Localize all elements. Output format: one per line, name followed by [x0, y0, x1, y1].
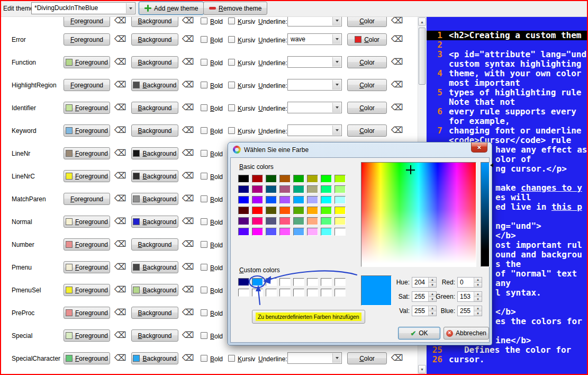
underline-select[interactable]	[287, 56, 342, 68]
palette-color[interactable]	[279, 185, 291, 193]
color-button[interactable]: Color	[347, 33, 387, 46]
background-reset-icon[interactable]: ⌫	[182, 34, 194, 44]
bold-checkbox[interactable]	[201, 82, 207, 88]
background-reset-icon[interactable]: ⌫	[182, 80, 194, 90]
palette-color[interactable]	[293, 278, 304, 286]
foreground-button[interactable]: Foreground	[64, 352, 110, 364]
palette-color[interactable]	[307, 185, 318, 193]
bold-checkbox[interactable]	[201, 309, 207, 316]
background-reset-icon[interactable]: ⌫	[182, 17, 194, 25]
color-button[interactable]: Color	[347, 352, 387, 364]
foreground-reset-icon[interactable]: ⌫	[114, 331, 126, 340]
background-button[interactable]: Background	[131, 261, 178, 273]
color-button[interactable]: Color	[347, 17, 387, 27]
foreground-button[interactable]: Foreground	[64, 79, 110, 91]
bold-checkbox[interactable]	[201, 104, 207, 111]
foreground-button[interactable]: Foreground	[64, 216, 110, 228]
palette-color[interactable]	[293, 207, 304, 215]
theme-select[interactable]: *DivingDuckInTheBlue	[31, 2, 135, 14]
spin-down-icon[interactable]: ▼	[474, 311, 482, 316]
background-reset-icon[interactable]: ⌫	[182, 262, 194, 272]
palette-color[interactable]	[334, 289, 346, 297]
palette-color[interactable]	[266, 185, 277, 193]
foreground-button[interactable]: Foreground	[64, 261, 110, 273]
bold-checkbox[interactable]	[201, 355, 207, 362]
foreground-reset-icon[interactable]: ⌫	[114, 353, 126, 363]
color-reset-icon[interactable]: ⌫	[391, 353, 403, 363]
bold-checkbox[interactable]	[201, 173, 207, 180]
palette-color[interactable]	[279, 228, 291, 236]
chevron-down-icon[interactable]	[332, 57, 341, 67]
chevron-down-icon[interactable]	[332, 17, 341, 25]
kursiv-checkbox[interactable]	[228, 127, 235, 134]
foreground-button[interactable]: Foreground	[64, 33, 110, 46]
background-reset-icon[interactable]: ⌫	[182, 353, 194, 363]
bold-checkbox[interactable]	[201, 332, 207, 339]
foreground-reset-icon[interactable]: ⌫	[114, 285, 126, 294]
palette-color[interactable]	[238, 278, 249, 286]
foreground-button[interactable]: Foreground	[64, 147, 110, 159]
background-button[interactable]: Background	[131, 17, 178, 27]
background-reset-icon[interactable]: ⌫	[182, 285, 194, 294]
spin-up-icon[interactable]: ▲	[474, 292, 482, 297]
bold-checkbox[interactable]	[201, 218, 207, 225]
color-reset-icon[interactable]: ⌫	[391, 34, 403, 44]
palette-color[interactable]	[293, 217, 304, 225]
palette-color[interactable]	[293, 175, 304, 183]
palette-color[interactable]	[252, 175, 263, 183]
palette-color[interactable]	[266, 207, 277, 215]
underline-select[interactable]	[287, 102, 342, 113]
foreground-button[interactable]: Foreground	[64, 307, 110, 319]
add-theme-button[interactable]: Add new theme	[139, 2, 204, 15]
background-button[interactable]: Background	[131, 307, 178, 319]
foreground-reset-icon[interactable]: ⌫	[114, 57, 126, 67]
spinner-red[interactable]: 0▲▼	[457, 277, 482, 288]
spin-down-icon[interactable]: ▼	[474, 297, 482, 302]
background-reset-icon[interactable]: ⌫	[182, 103, 194, 112]
background-button[interactable]: Background	[131, 352, 178, 364]
foreground-reset-icon[interactable]: ⌫	[114, 171, 126, 181]
underline-select[interactable]	[287, 17, 342, 26]
underline-select[interactable]	[287, 124, 342, 136]
background-button[interactable]: Background	[131, 329, 178, 342]
scroll-up-icon[interactable]: ▲	[418, 17, 426, 26]
kursiv-checkbox[interactable]	[228, 17, 235, 24]
hue-sat-picker[interactable]	[361, 162, 476, 267]
palette-color[interactable]	[334, 228, 346, 236]
palette-color[interactable]	[334, 175, 346, 183]
foreground-button[interactable]: Foreground	[64, 56, 110, 68]
palette-color[interactable]	[307, 278, 318, 286]
chevron-down-icon[interactable]	[332, 34, 341, 44]
scrollbar-thumb[interactable]	[419, 28, 426, 85]
palette-color[interactable]	[293, 185, 304, 193]
foreground-reset-icon[interactable]: ⌫	[114, 80, 126, 90]
bold-checkbox[interactable]	[201, 127, 207, 134]
palette-color[interactable]	[252, 185, 263, 193]
foreground-button[interactable]: Foreground	[64, 329, 110, 342]
palette-color[interactable]	[238, 228, 249, 236]
bold-checkbox[interactable]	[201, 195, 207, 202]
foreground-reset-icon[interactable]: ⌫	[114, 126, 126, 135]
cancel-button[interactable]: ✕ Abbrechen	[444, 327, 489, 340]
palette-color[interactable]	[266, 175, 277, 183]
spin-up-icon[interactable]: ▲	[474, 306, 482, 311]
palette-color[interactable]	[293, 228, 304, 236]
foreground-button[interactable]: Foreground	[64, 284, 110, 296]
background-reset-icon[interactable]: ⌫	[182, 126, 194, 135]
foreground-button[interactable]: Foreground	[64, 170, 110, 182]
palette-color[interactable]	[321, 228, 332, 236]
palette-color[interactable]	[238, 185, 249, 193]
background-button[interactable]: Background	[131, 193, 178, 205]
underline-select[interactable]: wave	[287, 33, 342, 45]
close-button[interactable]: ✕	[471, 142, 487, 153]
background-button[interactable]: Background	[131, 79, 178, 91]
color-reset-icon[interactable]: ⌫	[391, 103, 403, 112]
palette-color[interactable]	[279, 175, 291, 183]
color-button[interactable]: Color	[347, 102, 387, 114]
palette-color[interactable]	[252, 228, 263, 236]
palette-color[interactable]	[252, 207, 263, 215]
underline-select[interactable]	[287, 79, 342, 91]
bold-checkbox[interactable]	[201, 264, 207, 271]
palette-color[interactable]	[238, 207, 249, 215]
palette-color[interactable]	[266, 289, 277, 297]
